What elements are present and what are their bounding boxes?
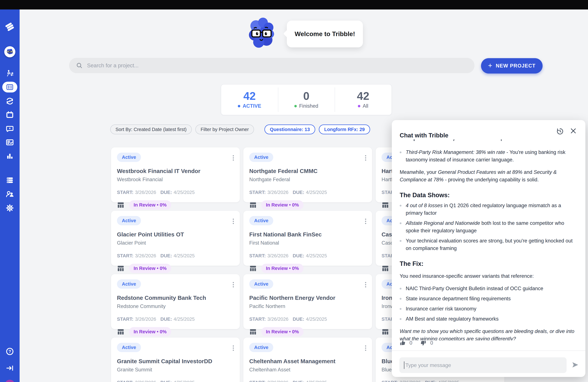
questionnaire-table-icon	[381, 265, 389, 272]
chat-message-area[interactable]: Third-Party Risk Management: 38% win rat…	[400, 139, 579, 340]
user-initials: TK	[5, 380, 15, 382]
sidebar-item-settings[interactable]	[0, 203, 20, 213]
status-badge: Active	[249, 216, 273, 225]
people-icon	[5, 190, 14, 198]
new-project-button[interactable]: + NEW PROJECT	[481, 58, 543, 74]
questionnaire-table-icon	[249, 328, 257, 335]
sidebar-item-help[interactable]: ?	[0, 346, 20, 357]
search-placeholder: Search for a project...	[87, 63, 139, 69]
project-company: Cheltenham Asset	[249, 367, 366, 373]
stat-finished-value: 0	[303, 90, 310, 102]
chat-bullet-item: Third-Party Risk Management: 38% win rat…	[400, 149, 579, 164]
project-card[interactable]: Active Northgate Federal CMMC Northgate …	[243, 147, 372, 202]
chat-message-input[interactable]: Type your message	[399, 357, 567, 373]
review-progress-badge: In Review • 0%	[129, 200, 171, 210]
project-search-input[interactable]: Search for a project...	[69, 58, 475, 73]
sidebar-item-team[interactable]	[0, 189, 20, 199]
sync-sparkle-icon	[5, 97, 14, 106]
status-badge: Active	[117, 279, 141, 289]
sidebar-item-calendar[interactable]	[0, 110, 20, 120]
questionnaire-table-icon	[117, 265, 125, 272]
project-card[interactable]: Active Westbrook Financial IT Vendor Wes…	[111, 147, 240, 202]
project-title: Northgate Federal CMMC	[249, 168, 366, 174]
project-dates: START:3/26/2026DUE:4/25/2025	[249, 317, 366, 322]
server-stack-icon	[6, 176, 14, 184]
sidebar-item-collapse[interactable]	[0, 363, 20, 373]
tribble-mascot	[247, 16, 276, 51]
kebab-menu-icon[interactable]	[231, 153, 235, 163]
stat-all[interactable]: 42 All	[335, 85, 392, 115]
questionnaire-table-icon	[117, 328, 125, 335]
review-progress-badge: In Review • 0%	[261, 327, 303, 337]
sort-by-chip[interactable]: Sort By: Created Date (latest first)	[110, 125, 192, 134]
project-card[interactable]: Active Redstone Community Bank Tech Reds…	[111, 274, 240, 329]
chat-bullet-item: Your technical evaluation scores are str…	[400, 237, 579, 252]
welcome-speech-bubble: Welcome to Tribble!	[287, 21, 363, 47]
chat-input-placeholder: Type your message	[405, 362, 451, 368]
chat-bullet-item: State insurance department filing requir…	[400, 295, 579, 302]
sidebar-item-sync[interactable]	[0, 96, 20, 106]
skip-to-end-icon	[5, 364, 14, 372]
questionnaire-table-icon	[381, 202, 389, 209]
project-card[interactable]: Active Granite Summit Capital InvestorDD…	[111, 338, 240, 382]
tribble-assistant-avatar[interactable]	[0, 46, 20, 58]
chat-bullet-item: 4 out of 8 losses in Q1 2026 cited regul…	[400, 202, 579, 217]
projects-list-icon	[6, 84, 14, 90]
project-dates: START:3/26/2026DUE:4/25/2025	[117, 380, 234, 382]
sidebar-item-walkthrough[interactable]	[0, 69, 20, 78]
kebab-menu-icon[interactable]	[231, 343, 235, 353]
chat-section-heading: The Data Shows:	[400, 191, 579, 199]
chat-paragraph: You need insurance-specific answer varia…	[400, 272, 579, 280]
project-dates: START:3/26/2026DUE:4/25/2025	[249, 190, 366, 195]
project-stats-card: 42 ACTIVE 0 Finished 42 All	[221, 84, 392, 115]
help-icon: ?	[5, 347, 14, 356]
sidebar-item-review-tasks[interactable]	[0, 137, 20, 147]
sidebar: ? TK	[0, 9, 20, 382]
message-feedback: 0 0	[399, 340, 437, 346]
user-avatar[interactable]: TK	[0, 379, 20, 382]
chat-bullet-list: Third-Party Risk Management: 38% win rat…	[400, 149, 579, 164]
thumbs-up-icon[interactable]	[399, 340, 406, 346]
project-card[interactable]: Active Glacier Point Utilities OT Glacie…	[111, 211, 240, 266]
stat-finished[interactable]: 0 Finished	[278, 85, 335, 115]
clipped-message-line	[400, 139, 579, 144]
kebab-menu-icon[interactable]	[364, 153, 368, 163]
review-progress-badge: In Review • 0%	[261, 264, 303, 273]
sidebar-item-analytics[interactable]	[0, 151, 20, 161]
logo-stripes-icon	[5, 22, 15, 32]
status-badge: Active	[117, 343, 141, 352]
chat-history-icon[interactable]	[556, 127, 564, 136]
kebab-menu-icon[interactable]	[364, 280, 368, 290]
send-message-icon[interactable]	[571, 360, 580, 370]
project-dates: START:3/26/2026DUE:4/25/2025	[249, 253, 366, 258]
chat-bullet-item: NAIC Third-Party Oversight Bulletin inst…	[400, 285, 579, 292]
project-card[interactable]: Active First National Bank FinSec First …	[243, 211, 372, 266]
sidebar-item-data-sources[interactable]	[0, 175, 20, 185]
stat-all-value: 42	[357, 90, 369, 102]
chat-bullet-item: Allstate Regional and Nationwide both lo…	[400, 219, 579, 234]
project-card[interactable]: Active Pacific Northern Energy Vendor Pa…	[243, 274, 372, 329]
tribble-logo-icon[interactable]	[0, 19, 20, 34]
stat-active-label: ACTIVE	[243, 103, 261, 109]
project-title: Glacier Point Utilities OT	[117, 231, 234, 238]
sidebar-item-projects-active[interactable]	[0, 82, 20, 92]
sidebar-item-chat[interactable]	[0, 124, 20, 134]
stat-active[interactable]: 42 ACTIVE	[221, 85, 278, 115]
walking-person-icon	[5, 69, 14, 78]
kebab-menu-icon[interactable]	[231, 216, 235, 226]
mascot-avatar-icon	[4, 46, 15, 57]
thumbs-down-icon[interactable]	[420, 340, 427, 346]
kebab-menu-icon[interactable]	[364, 343, 368, 353]
review-progress-badge: In Review • 0%	[129, 327, 171, 337]
kebab-menu-icon[interactable]	[364, 216, 368, 226]
project-dates: START:3/26/2026DUE:4/25/2025	[117, 190, 234, 195]
project-title: Cheltenham Asset Management	[249, 358, 366, 364]
filter-owner-chip[interactable]: Filter by Project Owner	[195, 125, 254, 134]
project-card[interactable]: Active Cheltenham Asset Management Chelt…	[243, 338, 372, 382]
kebab-menu-icon[interactable]	[231, 280, 235, 290]
chat-close-icon[interactable]	[570, 127, 577, 135]
all-dot-icon	[358, 105, 360, 107]
questionnaire-count-chip[interactable]: Questionnaire: 13	[264, 125, 315, 134]
project-dates: START:3/26/2026DUE:4/25/2025	[117, 253, 234, 258]
longform-rfx-count-chip[interactable]: Longform RFx: 29	[319, 125, 370, 134]
